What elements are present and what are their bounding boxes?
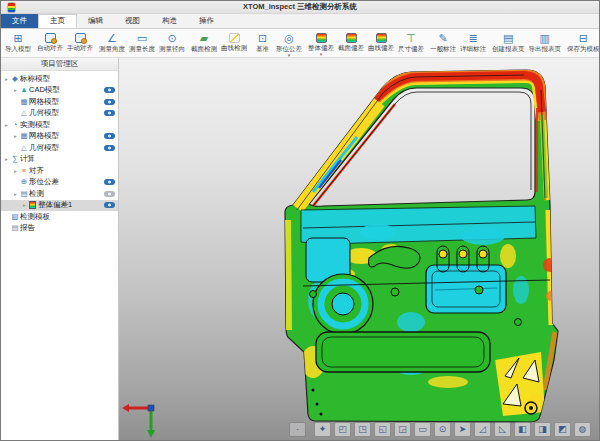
ribbon-group: ⊟保存为模板⊞导入模板模板检测 (565, 30, 599, 56)
curve-deviation-button[interactable]: 曲线偏差 (366, 30, 396, 56)
viewport-3d[interactable]: ·✦◰◳◱◲▭⊙➤◿◺◧◨◩◍ (119, 58, 600, 441)
measure-radial-button[interactable]: ⊙测量径向 (157, 30, 187, 56)
tree-item-label: 网格模型 (29, 131, 104, 141)
tree-node-icon: ▦ (19, 97, 29, 107)
ribbon-group: ▤创建报表页▥导出报表页 (490, 30, 563, 56)
tree-item-计算[interactable]: ▸∑计算 (1, 154, 118, 166)
tree-item-网格模型[interactable]: ▦网格模型 (1, 96, 118, 108)
gdt-button[interactable]: ◎形位公差▾ (274, 30, 304, 56)
tree-item-对齐[interactable]: ▸≡对齐 (1, 165, 118, 177)
tree-item-形位公差[interactable]: ⊕形位公差 (1, 177, 118, 189)
view-fit-button[interactable]: ◧ (514, 422, 531, 437)
tree-item-label: 整体偏差1 (38, 200, 104, 210)
expander-icon[interactable]: ▸ (12, 168, 19, 174)
visibility-eye-icon[interactable] (104, 133, 115, 139)
view-front-button[interactable]: ◰ (334, 422, 351, 437)
projection-button[interactable]: ◍ (574, 422, 591, 437)
rotate-button[interactable]: ➤ (454, 422, 471, 437)
general-annotation-button[interactable]: ✎一般标注 (428, 30, 458, 56)
tree-item-实测模型[interactable]: ▸◔实测模型 (1, 119, 118, 131)
tab-label: 操作 (199, 16, 214, 26)
visibility-eye-icon[interactable] (104, 179, 115, 185)
create-report-label: 创建报表页 (492, 45, 525, 53)
curve-inspect-icon (229, 33, 240, 43)
tab-构造[interactable]: 构造 (151, 14, 188, 28)
tree-item-label: 对齐 (29, 166, 115, 176)
save-template-icon: ⊟ (579, 32, 588, 44)
door-model-colormap (283, 60, 559, 432)
expander-icon[interactable]: ▸ (12, 133, 19, 139)
visibility-eye-icon[interactable] (104, 99, 115, 105)
view-iso-button[interactable]: ◨ (534, 422, 551, 437)
visibility-eye-icon[interactable] (104, 202, 115, 208)
tab-label: 视图 (125, 16, 140, 26)
box-select-button[interactable]: ▭ (414, 422, 431, 437)
chevron-down-icon: ▾ (288, 53, 291, 57)
detail-annotation-button[interactable]: ≣详细标注 (458, 30, 488, 56)
import-model-button[interactable]: ⊞导入模型 (3, 30, 33, 56)
tab-操作[interactable]: 操作 (188, 14, 225, 28)
visibility-eye-icon[interactable] (104, 87, 115, 93)
manual-align-button[interactable]: 手动对齐 (65, 30, 95, 56)
visibility-eye-icon[interactable] (104, 145, 115, 151)
tree-item-几何模型[interactable]: △几何模型 (1, 108, 118, 120)
tab-label: 文件 (12, 16, 27, 26)
tree-item-标称模型[interactable]: ▸◆标称模型 (1, 73, 118, 85)
zoom-in-button[interactable]: ◿ (474, 422, 491, 437)
section-inspect-button[interactable]: ▰截面检测 (189, 30, 219, 56)
datum-icon: ⊡ (258, 32, 267, 44)
measure-angle-button[interactable]: ∠测量角度 (97, 30, 127, 56)
visibility-eye-icon[interactable] (104, 191, 115, 197)
tree-item-网格模型[interactable]: ▸▦网格模型 (1, 131, 118, 143)
measure-length-button[interactable]: ▭测量长度 (127, 30, 157, 56)
marker-button[interactable]: · (289, 422, 306, 437)
zoom-out-button[interactable]: ◺ (494, 422, 511, 437)
tree-item-检测模板[interactable]: ▧检测模板 (1, 211, 118, 223)
auto-align-icon (45, 33, 56, 43)
tree-node-icon: △ (19, 108, 29, 118)
tree-item-几何模型[interactable]: △几何模型 (1, 142, 118, 154)
view-right-button[interactable]: ◲ (394, 422, 411, 437)
tree-node-icon: △ (19, 143, 29, 153)
tab-label: 编辑 (88, 16, 103, 26)
tab-视图[interactable]: 视图 (114, 14, 151, 28)
model-tree: ▸◆标称模型▸▲CAD模型▦网格模型△几何模型▸◔实测模型▸▦网格模型△几何模型… (1, 71, 118, 441)
view-plane-button[interactable]: ◩ (554, 422, 571, 437)
view-back-button[interactable]: ◳ (354, 422, 371, 437)
export-report-button[interactable]: ▥导出报表页 (527, 30, 564, 56)
save-template-button[interactable]: ⊟保存为模板 (565, 30, 599, 56)
tab-文件[interactable]: 文件 (1, 14, 38, 28)
datum-button[interactable]: ⊡基准 (251, 30, 274, 56)
auto-align-button[interactable]: 自动对齐 (35, 30, 65, 56)
tree-item-整体偏差1[interactable]: ▸整体偏差1 (1, 200, 118, 212)
dimension-deviation-button[interactable]: ⊤尺寸偏差 (396, 30, 426, 56)
expander-icon[interactable]: ▸ (21, 202, 28, 208)
tree-item-报告[interactable]: ▤报告 (1, 223, 118, 235)
tree-node-icon: ⊕ (19, 177, 29, 187)
create-report-button[interactable]: ▤创建报表页 (490, 30, 527, 56)
visibility-eye-icon[interactable] (104, 110, 115, 116)
tree-node-icon: ▤ (10, 223, 20, 233)
curve-inspect-button[interactable]: 曲线检测 (219, 30, 249, 56)
tree-item-CAD模型[interactable]: ▸▲CAD模型 (1, 85, 118, 97)
expander-icon[interactable]: ▸ (3, 76, 10, 82)
tab-编辑[interactable]: 编辑 (77, 14, 114, 28)
overall-deviation-button[interactable]: 整体偏差▾ (306, 30, 336, 56)
tab-主页[interactable]: 主页 (38, 14, 77, 28)
expander-icon[interactable]: ▸ (3, 122, 10, 128)
view-left-button[interactable]: ◱ (374, 422, 391, 437)
measure-length-label: 测量长度 (129, 45, 155, 53)
measure-length-icon: ▭ (137, 32, 147, 44)
expander-icon[interactable]: ▸ (3, 156, 10, 162)
main-area: 项目管理区 ▸◆标称模型▸▲CAD模型▦网格模型△几何模型▸◔实测模型▸▦网格模… (1, 58, 600, 441)
curve-inspect-label: 曲线检测 (221, 44, 247, 52)
tree-item-label: 形位公差 (29, 177, 104, 187)
tree-item-检测[interactable]: ▸▤检测 (1, 188, 118, 200)
display-mode-button[interactable]: ✦ (314, 422, 331, 437)
tree-item-label: 几何模型 (29, 143, 104, 153)
auto-align-label: 自动对齐 (37, 44, 63, 52)
expander-icon[interactable]: ▸ (12, 191, 19, 197)
section-deviation-button[interactable]: 截面偏差 (336, 30, 366, 56)
expander-icon[interactable]: ▸ (12, 87, 19, 93)
zoom-window-button[interactable]: ⊙ (434, 422, 451, 437)
